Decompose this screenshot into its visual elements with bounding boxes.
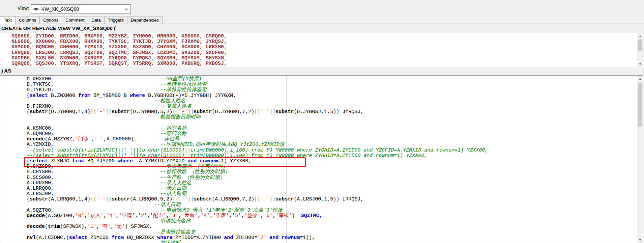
columns-scrollbar[interactable]: ▲ ▼	[637, 33, 643, 67]
code-line: decode(trim(SFJWSX),'1','有','无') SFJWSX,	[2, 224, 643, 230]
columns-text: SQDH00, ZYID00, BRID00, BRXM00, MZZYBZ, …	[0, 33, 643, 66]
code-line: D.RHXX00, --RH血型(D抗原)	[2, 77, 643, 82]
code-line: A.LRSJ00, --录入时间	[2, 191, 643, 197]
scroll-down-icon[interactable]: ▼	[637, 237, 643, 243]
tab-text[interactable]: Text	[0, 16, 16, 24]
view-eye-icon	[33, 7, 39, 11]
code-line: D.TYKTJD, --单特异性抗体鉴定	[2, 87, 643, 93]
code-line: decode(A.SQZT00,'0','录入','1','申请','2','配…	[2, 213, 643, 219]
code-line: A.LRRXM0, --录入人姓名	[2, 181, 643, 186]
column-line: SXCFBH, SXSL00, SXDW00, CXRXM0, CYRQ00, …	[11, 56, 643, 61]
code-line: D.SCS000, --生产数 （性别为女时填）	[2, 175, 643, 181]
scroll-down-icon[interactable]: ▼	[637, 61, 643, 67]
code-line: A.SQZT00, --申请状态0 录入 '1'申请'2'配血'3'发血'3'作…	[2, 208, 643, 213]
code-line: (substr(A.LRRQ00,1,4)||'-'||substr(A.LRR…	[2, 197, 643, 202]
code-line: --是否既往输血史	[2, 230, 643, 235]
scroll-up-icon[interactable]: ▲	[637, 33, 643, 39]
view-editor-window: View: VW_XK_SXSQ00 TextColumnsOptionsCom…	[0, 0, 644, 243]
code-line: --(select substrb(trim(ZLXMJC)||' '||to_…	[2, 148, 643, 153]
scroll-thumb[interactable]	[638, 83, 642, 127]
tab-columns[interactable]: Columns	[15, 17, 40, 24]
column-line: SQRQ00, SQSJ00, YTSXRQ, YTSRST, SQRQST, …	[11, 61, 643, 66]
column-line: SQDH00, ZYID00, BRID00, BRXM00, MZZYBZ, …	[11, 34, 643, 39]
tab-dependencies[interactable]: Dependencies	[127, 17, 163, 24]
chevron-down-icon[interactable]	[122, 5, 130, 14]
code-line: --临床诊断	[2, 241, 643, 243]
tab-options[interactable]: Options	[39, 17, 62, 24]
column-line: NL0000, XX0000, FDXX00, RHXX00, TYKTSC, …	[11, 39, 643, 45]
code-line: D.CHYS00, --曾怀孕数 （性别为女时填）	[2, 169, 643, 175]
tab-data[interactable]: Data	[88, 17, 104, 24]
code-line: (substr(D.JYBGRQ,1,4)||'-'||substr(D.JYB…	[2, 109, 643, 115]
create-view-header: CREATE OR REPLACE VIEW VW_XK_SXSQ00 (	[1, 25, 116, 31]
code-line: D.FJRXM0, --复核人姓名	[2, 104, 643, 109]
code-line	[2, 120, 643, 126]
columns-editor[interactable]: SQDH00, ZYID00, BRID00, BRXM00, MZZYBZ, …	[0, 33, 643, 67]
view-combobox[interactable]: VW_XK_SXSQ00	[31, 4, 131, 14]
code-line: nvl(A.LCZDMC,(select ZDMC00 from BQ_BRZD…	[2, 235, 643, 241]
code-line: (select B.ZWXM00 from BM_YGBM00 B where …	[2, 93, 643, 99]
code-line: (select ZLXMJC from BQ_YJYZ00 where A.YZ…	[2, 159, 643, 164]
code-scrollbar[interactable]: ▲ ▼	[637, 76, 643, 243]
code-line: A.BQMC00, --部门名称	[2, 131, 643, 137]
code-line: decode(A.MZZYBZ,'门诊',' ',A.CH0000), --床位…	[2, 137, 643, 142]
scroll-up-icon[interactable]: ▲	[637, 76, 643, 81]
code-line: --(select substrb(trim(ZLXMJC)||' '||to_…	[2, 153, 643, 159]
as-keyword: ) AS	[1, 68, 11, 74]
code-line: A.LRRQ00, --录入日期	[2, 186, 643, 191]
tab-comment[interactable]: Comment	[62, 17, 88, 24]
view-combobox-value: VW_XK_SXSQ00	[41, 6, 79, 12]
code-text: D.RHXX00, --RH血型(D抗原) D.TYKTSC, --单特异性抗体…	[0, 76, 643, 243]
toolbar: View: VW_XK_SXSQ00	[0, 0, 644, 17]
code-line: A.KSMC00, --科室名称	[2, 126, 643, 131]
tab-bar: TextColumnsOptionsCommentDataTriggersDep…	[0, 17, 644, 24]
code-line: A.YZMXID, --医嘱明细ID,病区申请时插入BQ_YJYZ00.YZMX…	[2, 142, 643, 147]
view-label: View:	[18, 5, 29, 11]
column-line: LRRQ00, LRSJ00, LRRQSJ, SQZT00, SQZTMC, …	[11, 50, 643, 56]
code-line: --检验报告日期时间	[2, 115, 643, 120]
column-line: KSMC00, BQMC00, CH0000, YZMXID, YZXX00, …	[11, 45, 643, 50]
code-line: --录入日期	[2, 202, 643, 208]
code-line: D.TYKTSC, --单特异性抗体筛查	[2, 82, 643, 87]
scroll-thumb[interactable]	[638, 39, 642, 51]
code-line: --检验人姓名	[2, 99, 643, 104]
tab-triggers[interactable]: Triggers	[104, 17, 127, 24]
code-editor[interactable]: D.RHXX00, --RH血型(D抗原) D.TYKTSC, --单特异性抗体…	[0, 75, 643, 243]
